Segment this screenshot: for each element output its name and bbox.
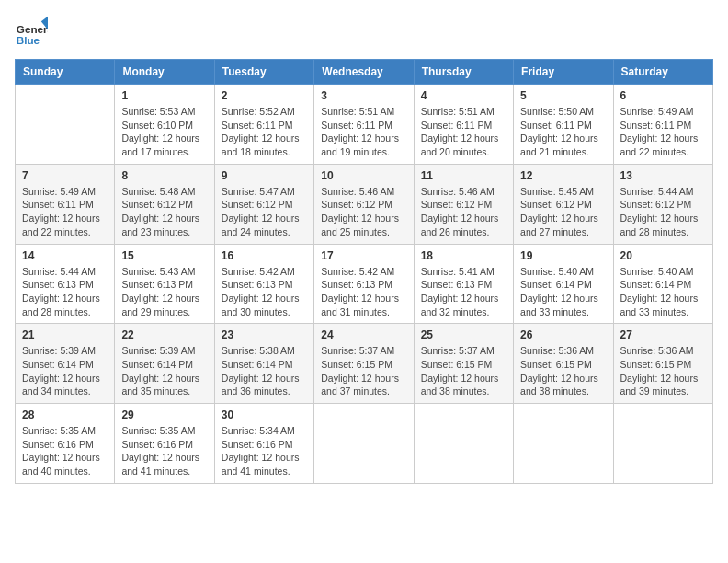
calendar-cell: 25Sunrise: 5:37 AMSunset: 6:15 PMDayligh…: [414, 324, 513, 404]
day-info: Sunrise: 5:49 AMSunset: 6:11 PMDaylight:…: [22, 185, 108, 239]
day-number: 20: [620, 249, 706, 262]
day-number: 4: [421, 89, 506, 102]
day-info: Sunrise: 5:44 AMSunset: 6:12 PMDaylight:…: [620, 185, 706, 239]
calendar-cell: 12Sunrise: 5:45 AMSunset: 6:12 PMDayligh…: [514, 164, 613, 244]
day-number: 27: [620, 328, 706, 341]
day-info: Sunrise: 5:38 AMSunset: 6:14 PMDaylight:…: [222, 344, 307, 398]
weekday-header-cell: Monday: [115, 60, 214, 85]
day-info: Sunrise: 5:45 AMSunset: 6:12 PMDaylight:…: [520, 185, 606, 239]
day-number: 28: [22, 408, 108, 421]
weekday-header-cell: Saturday: [613, 60, 712, 85]
day-number: 23: [222, 328, 307, 341]
day-number: 18: [421, 249, 506, 262]
day-number: 26: [520, 328, 606, 341]
day-info: Sunrise: 5:50 AMSunset: 6:11 PMDaylight:…: [520, 105, 606, 159]
day-number: 19: [520, 249, 606, 262]
svg-text:Blue: Blue: [17, 34, 40, 46]
day-number: 6: [620, 89, 706, 102]
day-number: 12: [520, 169, 606, 182]
day-info: Sunrise: 5:48 AMSunset: 6:12 PMDaylight:…: [121, 185, 207, 239]
day-info: Sunrise: 5:49 AMSunset: 6:11 PMDaylight:…: [620, 105, 706, 159]
day-info: Sunrise: 5:37 AMSunset: 6:15 PMDaylight:…: [421, 344, 506, 398]
weekday-header-cell: Sunday: [16, 60, 115, 85]
calendar-cell: 13Sunrise: 5:44 AMSunset: 6:12 PMDayligh…: [613, 164, 712, 244]
calendar-cell: 19Sunrise: 5:40 AMSunset: 6:14 PMDayligh…: [514, 244, 613, 324]
day-number: 8: [121, 169, 207, 182]
day-number: 3: [321, 89, 406, 102]
day-number: 5: [520, 89, 606, 102]
calendar-cell: 24Sunrise: 5:37 AMSunset: 6:15 PMDayligh…: [314, 324, 414, 404]
day-info: Sunrise: 5:52 AMSunset: 6:11 PMDaylight:…: [222, 105, 307, 159]
calendar-table: SundayMondayTuesdayWednesdayThursdayFrid…: [15, 59, 713, 484]
day-number: 16: [222, 249, 307, 262]
calendar-cell: [414, 404, 513, 484]
calendar-cell: 22Sunrise: 5:39 AMSunset: 6:14 PMDayligh…: [115, 324, 214, 404]
day-info: Sunrise: 5:36 AMSunset: 6:15 PMDaylight:…: [620, 344, 706, 398]
calendar-cell: 10Sunrise: 5:46 AMSunset: 6:12 PMDayligh…: [314, 164, 414, 244]
calendar-body: 1Sunrise: 5:53 AMSunset: 6:10 PMDaylight…: [16, 85, 713, 484]
calendar-cell: 28Sunrise: 5:35 AMSunset: 6:16 PMDayligh…: [16, 404, 115, 484]
day-number: 9: [222, 169, 307, 182]
calendar-cell: 29Sunrise: 5:35 AMSunset: 6:16 PMDayligh…: [115, 404, 214, 484]
calendar-week-row: 28Sunrise: 5:35 AMSunset: 6:16 PMDayligh…: [16, 404, 713, 484]
calendar-cell: [16, 85, 115, 165]
calendar-cell: 20Sunrise: 5:40 AMSunset: 6:14 PMDayligh…: [613, 244, 712, 324]
calendar-cell: 1Sunrise: 5:53 AMSunset: 6:10 PMDaylight…: [115, 85, 214, 165]
day-number: 11: [421, 169, 506, 182]
calendar-cell: 18Sunrise: 5:41 AMSunset: 6:13 PMDayligh…: [414, 244, 513, 324]
logo-icon: General Blue: [15, 15, 48, 48]
day-info: Sunrise: 5:53 AMSunset: 6:10 PMDaylight:…: [121, 105, 207, 159]
day-number: 24: [321, 328, 406, 341]
day-info: Sunrise: 5:40 AMSunset: 6:14 PMDaylight:…: [520, 265, 606, 319]
calendar-cell: 8Sunrise: 5:48 AMSunset: 6:12 PMDaylight…: [115, 164, 214, 244]
weekday-header-cell: Wednesday: [314, 60, 414, 85]
day-info: Sunrise: 5:34 AMSunset: 6:16 PMDaylight:…: [222, 424, 307, 478]
calendar-cell: 3Sunrise: 5:51 AMSunset: 6:11 PMDaylight…: [314, 85, 414, 165]
day-info: Sunrise: 5:42 AMSunset: 6:13 PMDaylight:…: [321, 265, 406, 319]
day-info: Sunrise: 5:43 AMSunset: 6:13 PMDaylight:…: [121, 265, 207, 319]
day-info: Sunrise: 5:40 AMSunset: 6:14 PMDaylight:…: [620, 265, 706, 319]
day-number: 29: [121, 408, 207, 421]
day-info: Sunrise: 5:44 AMSunset: 6:13 PMDaylight:…: [22, 265, 108, 319]
weekday-header-row: SundayMondayTuesdayWednesdayThursdayFrid…: [16, 60, 713, 85]
day-info: Sunrise: 5:37 AMSunset: 6:15 PMDaylight:…: [321, 344, 406, 398]
calendar-cell: [514, 404, 613, 484]
day-info: Sunrise: 5:46 AMSunset: 6:12 PMDaylight:…: [421, 185, 506, 239]
day-number: 7: [22, 169, 108, 182]
weekday-header-cell: Thursday: [414, 60, 513, 85]
calendar-cell: 5Sunrise: 5:50 AMSunset: 6:11 PMDaylight…: [514, 85, 613, 165]
calendar-cell: 4Sunrise: 5:51 AMSunset: 6:11 PMDaylight…: [414, 85, 513, 165]
calendar-week-row: 1Sunrise: 5:53 AMSunset: 6:10 PMDaylight…: [16, 85, 713, 165]
calendar-week-row: 21Sunrise: 5:39 AMSunset: 6:14 PMDayligh…: [16, 324, 713, 404]
day-number: 14: [22, 249, 108, 262]
day-info: Sunrise: 5:36 AMSunset: 6:15 PMDaylight:…: [520, 344, 606, 398]
day-number: 2: [222, 89, 307, 102]
calendar-cell: [314, 404, 414, 484]
calendar-cell: 30Sunrise: 5:34 AMSunset: 6:16 PMDayligh…: [214, 404, 313, 484]
day-info: Sunrise: 5:46 AMSunset: 6:12 PMDaylight:…: [321, 185, 406, 239]
calendar-cell: 26Sunrise: 5:36 AMSunset: 6:15 PMDayligh…: [514, 324, 613, 404]
calendar-cell: 17Sunrise: 5:42 AMSunset: 6:13 PMDayligh…: [314, 244, 414, 324]
day-info: Sunrise: 5:51 AMSunset: 6:11 PMDaylight:…: [321, 105, 406, 159]
calendar-cell: 11Sunrise: 5:46 AMSunset: 6:12 PMDayligh…: [414, 164, 513, 244]
calendar-cell: 14Sunrise: 5:44 AMSunset: 6:13 PMDayligh…: [16, 244, 115, 324]
day-info: Sunrise: 5:47 AMSunset: 6:12 PMDaylight:…: [222, 185, 307, 239]
calendar-cell: [613, 404, 712, 484]
calendar-cell: 23Sunrise: 5:38 AMSunset: 6:14 PMDayligh…: [214, 324, 313, 404]
day-info: Sunrise: 5:51 AMSunset: 6:11 PMDaylight:…: [421, 105, 506, 159]
day-info: Sunrise: 5:39 AMSunset: 6:14 PMDaylight:…: [22, 344, 108, 398]
calendar-week-row: 14Sunrise: 5:44 AMSunset: 6:13 PMDayligh…: [16, 244, 713, 324]
calendar-cell: 21Sunrise: 5:39 AMSunset: 6:14 PMDayligh…: [16, 324, 115, 404]
calendar-cell: 9Sunrise: 5:47 AMSunset: 6:12 PMDaylight…: [214, 164, 313, 244]
calendar-week-row: 7Sunrise: 5:49 AMSunset: 6:11 PMDaylight…: [16, 164, 713, 244]
day-number: 25: [421, 328, 506, 341]
calendar-cell: 16Sunrise: 5:42 AMSunset: 6:13 PMDayligh…: [214, 244, 313, 324]
calendar-cell: 6Sunrise: 5:49 AMSunset: 6:11 PMDaylight…: [613, 85, 712, 165]
day-number: 1: [121, 89, 207, 102]
day-number: 15: [121, 249, 207, 262]
day-info: Sunrise: 5:35 AMSunset: 6:16 PMDaylight:…: [121, 424, 207, 478]
calendar-cell: 2Sunrise: 5:52 AMSunset: 6:11 PMDaylight…: [214, 85, 313, 165]
logo: General Blue: [15, 15, 48, 48]
day-number: 21: [22, 328, 108, 341]
weekday-header-cell: Friday: [514, 60, 613, 85]
